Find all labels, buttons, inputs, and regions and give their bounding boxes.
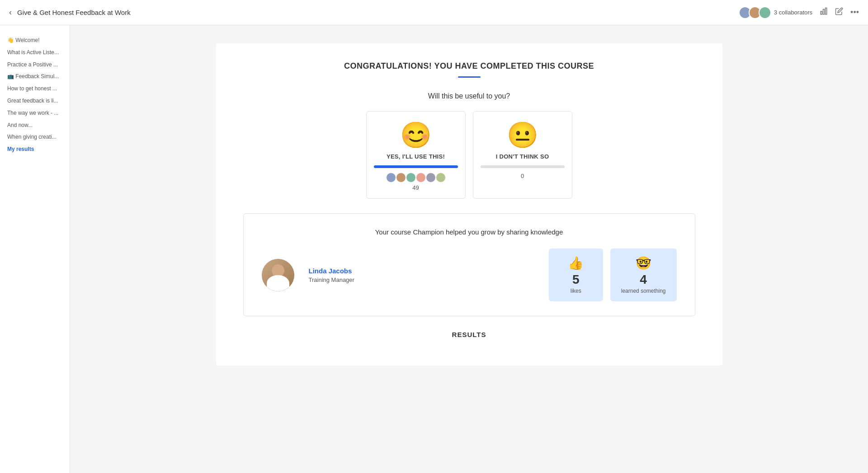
champion-card: Your course Champion helped you grow by … [243,213,695,316]
likes-stat-box: 👍 5 likes [549,248,603,301]
nerd-icon: 🤓 [621,256,666,271]
sidebar-item-positive[interactable]: Practice a Positive ... [5,59,64,71]
sidebar-item-simulation[interactable]: 📺 Feedback Simul... [5,70,64,83]
sidebar-item-welcome[interactable]: 👋 Welcome! [5,34,64,47]
main-content: CONGRATULATIONS! YOU HAVE COMPLETED THIS… [70,25,868,473]
sidebar: 👋 Welcome! What is Active Liste... Pract… [0,25,70,473]
nav-left: ‹ Give & Get Honest Feedback at Work [9,8,131,17]
champion-avatar-image [262,259,294,291]
sidebar-item-my-results[interactable]: My results [5,143,64,155]
nav-title: Give & Get Honest Feedback at Work [17,9,131,16]
avatar-body [267,275,289,291]
yes-voter-6 [436,173,446,183]
no-count: 0 [481,173,565,179]
congrats-title: CONGRATULATIONS! YOU HAVE COMPLETED THIS… [225,61,713,71]
top-navigation: ‹ Give & Get Honest Feedback at Work 3 c… [0,0,868,25]
yes-bar-background [374,165,458,168]
no-vote-card[interactable]: 😐 I DON'T THINK SO 0 [473,111,572,199]
yes-vote-avatars [374,173,458,183]
main-layout: 👋 Welcome! What is Active Liste... Pract… [0,25,868,473]
champion-title: Your course Champion helped you grow by … [262,228,677,236]
vote-cards: 😊 YES, I'LL USE THIS! 49 [225,111,713,199]
yes-voter-5 [426,173,436,183]
blue-divider [458,76,481,78]
learned-label: learned something [621,288,666,294]
yes-count: 49 [374,184,458,191]
yes-vote-card[interactable]: 😊 YES, I'LL USE THIS! 49 [366,111,466,199]
champion-info: Linda Jacobs Training Manager [309,267,534,283]
no-label: I DON'T THINK SO [481,153,565,160]
learned-count: 4 [621,273,666,286]
yes-emoji: 😊 [374,122,458,148]
thumbs-up-icon: 👍 [560,256,592,271]
champion-role: Training Manager [309,276,534,283]
more-options-icon[interactable]: ••• [850,8,859,17]
svg-rect-0 [821,11,822,14]
no-bar-background [481,165,565,168]
back-button[interactable]: ‹ [9,8,12,17]
sidebar-item-and-now[interactable]: And now... [5,119,64,131]
learned-stat-box: 🤓 4 learned something [610,248,677,301]
yes-bar-fill [374,165,458,168]
likes-label: likes [560,288,592,294]
sidebar-item-when-giving[interactable]: When giving creati... [5,131,64,143]
sidebar-item-honest[interactable]: How to get honest ... [5,83,64,95]
champion-body: Linda Jacobs Training Manager 👍 5 likes … [262,248,677,301]
results-title: RESULTS [225,331,713,347]
chart-icon[interactable] [820,7,828,18]
sidebar-item-active-listening[interactable]: What is Active Liste... [5,47,64,59]
content-card: CONGRATULATIONS! YOU HAVE COMPLETED THIS… [216,43,722,365]
yes-voter-4 [416,173,426,183]
sidebar-item-great-feedback[interactable]: Great feedback is li... [5,95,64,107]
collaborators-label: 3 collaborators [774,9,812,16]
champion-name[interactable]: Linda Jacobs [309,267,534,275]
nav-right: 3 collaborators ••• [739,6,859,19]
collaborator-avatars [739,6,771,19]
champion-avatar [262,259,294,291]
champion-stats: 👍 5 likes 🤓 4 learned something [549,248,677,301]
useful-question: Will this be useful to you? [225,92,713,100]
sidebar-item-way-we-work[interactable]: The way we work - ... [5,107,64,119]
likes-count: 5 [560,273,592,286]
yes-label: YES, I'LL USE THIS! [374,153,458,160]
no-emoji: 😐 [481,122,565,148]
collaborators-section: 3 collaborators [739,6,812,19]
svg-rect-2 [826,8,827,14]
avatar-3 [759,6,771,19]
yes-voter-3 [406,173,416,183]
edit-icon[interactable] [835,7,843,18]
svg-rect-1 [823,9,825,14]
yes-voter-1 [386,173,396,183]
yes-voter-2 [396,173,406,183]
